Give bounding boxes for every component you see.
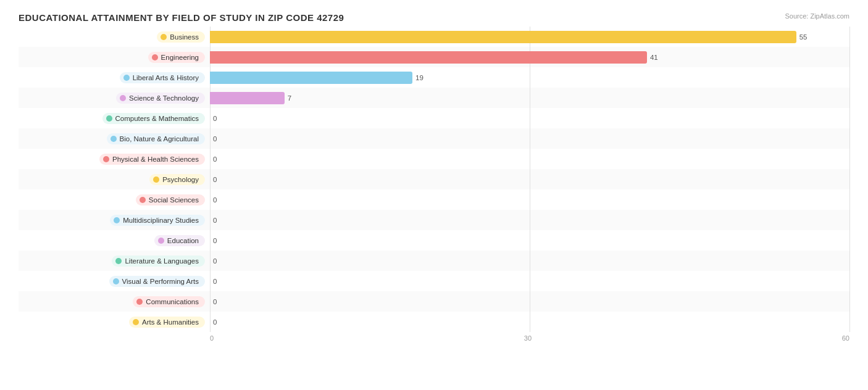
bar-value-label: 0 xyxy=(213,237,217,244)
bar-label: Liberal Arts & History xyxy=(133,74,199,81)
bar-dot xyxy=(161,34,167,40)
bar-dot xyxy=(158,238,164,244)
chart-container: EDUCATIONAL ATTAINMENT BY FIELD OF STUDY… xyxy=(0,0,868,390)
bar-dot xyxy=(113,278,119,284)
bar-dot xyxy=(115,258,122,264)
bar-row: Engineering41 xyxy=(19,47,849,67)
bar-value-label: 0 xyxy=(213,298,217,305)
bar-row: Multidisciplinary Studies0 xyxy=(19,210,849,230)
bar-label: Physical & Health Sciences xyxy=(112,156,199,163)
bar-label: Bio, Nature & Agricultural xyxy=(120,135,199,143)
x-axis-label: 60 xyxy=(842,334,849,342)
bar-value-label: 0 xyxy=(213,196,217,204)
bar-label: Communications xyxy=(146,298,199,305)
bar-row: Physical & Health Sciences0 xyxy=(19,149,849,169)
chart-title: EDUCATIONAL ATTAINMENT BY FIELD OF STUDY… xyxy=(19,12,849,23)
bar-label: Social Sciences xyxy=(149,196,199,204)
bar-row: Liberal Arts & History19 xyxy=(19,67,849,88)
bar-value-label: 0 xyxy=(213,217,217,224)
bar-dot xyxy=(133,319,139,325)
bar-value-label: 55 xyxy=(799,33,807,41)
bar-value-label: 7 xyxy=(288,94,291,102)
bar-fill xyxy=(210,31,796,43)
bar-dot xyxy=(106,115,112,122)
bar-fill xyxy=(210,92,285,104)
bar-value-label: 0 xyxy=(213,115,217,122)
bar-value-label: 0 xyxy=(213,257,217,265)
bar-value-label: 0 xyxy=(213,176,217,183)
bar-dot xyxy=(114,217,120,223)
bar-row: Social Sciences0 xyxy=(19,189,849,210)
bar-value-label: 0 xyxy=(213,135,217,143)
bar-value-label: 0 xyxy=(213,278,217,285)
bar-row: Communications0 xyxy=(19,291,849,312)
bar-row: Bio, Nature & Agricultural0 xyxy=(19,128,849,149)
bar-label: Literature & Languages xyxy=(125,257,199,265)
bar-value-label: 41 xyxy=(650,54,658,61)
chart-area: Business55Engineering41Liberal Arts & Hi… xyxy=(19,27,849,363)
source-text: Source: ZipAtlas.com xyxy=(785,12,849,20)
bar-value-label: 0 xyxy=(213,156,217,163)
bar-row: Computers & Mathematics0 xyxy=(19,108,849,128)
rows-container: Business55Engineering41Liberal Arts & Hi… xyxy=(19,27,849,347)
bar-fill xyxy=(210,72,412,84)
x-axis-label: 0 xyxy=(210,334,214,342)
bar-label: Arts & Humanities xyxy=(142,318,199,326)
bar-dot xyxy=(123,75,130,81)
bar-dot xyxy=(152,54,158,60)
bar-row: Arts & Humanities0 xyxy=(19,312,849,332)
bar-dot xyxy=(103,156,109,162)
bar-value-label: 0 xyxy=(213,318,217,326)
bar-row: Education0 xyxy=(19,230,849,251)
x-axis-label: 30 xyxy=(524,334,532,342)
bar-row: Literature & Languages0 xyxy=(19,251,849,271)
bar-row: Business55 xyxy=(19,27,849,47)
bar-dot xyxy=(120,95,126,101)
bar-row: Psychology0 xyxy=(19,169,849,189)
bar-label: Computers & Mathematics xyxy=(115,115,199,122)
bar-label: Education xyxy=(167,237,199,244)
bar-fill xyxy=(210,51,647,64)
bar-dot xyxy=(111,136,117,142)
bar-label: Multidisciplinary Studies xyxy=(123,217,199,224)
bar-dot xyxy=(140,197,146,203)
bar-label: Visual & Performing Arts xyxy=(122,278,199,285)
bar-dot xyxy=(153,176,159,183)
x-axis-row: 03060 xyxy=(19,332,849,347)
bar-row: Visual & Performing Arts0 xyxy=(19,271,849,291)
bar-label: Business xyxy=(170,33,199,41)
bar-label: Psychology xyxy=(162,176,199,183)
bar-dot xyxy=(136,299,143,305)
bar-value-label: 19 xyxy=(415,74,424,81)
bar-label: Science & Technology xyxy=(129,94,199,102)
bar-label: Engineering xyxy=(161,54,199,61)
bar-row: Science & Technology7 xyxy=(19,88,849,108)
